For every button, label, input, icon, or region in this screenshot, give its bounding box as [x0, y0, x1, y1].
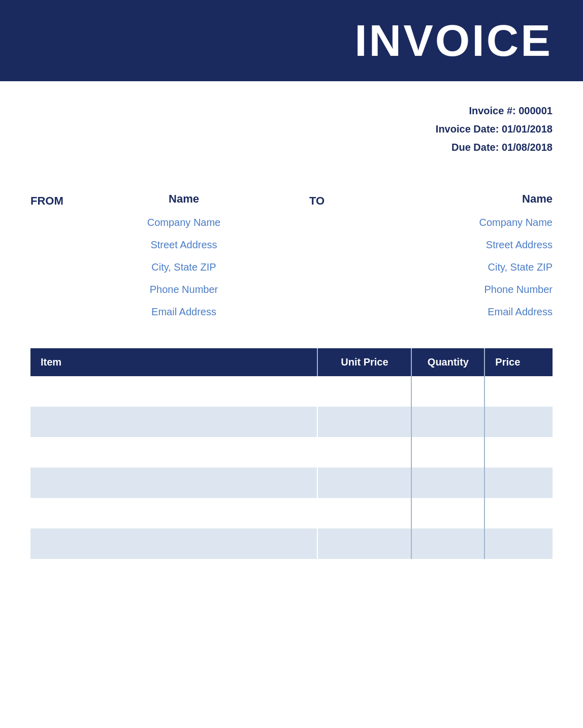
from-column: FROM: [30, 187, 81, 213]
column-header-price: Price: [484, 348, 553, 376]
quantity-cell: [411, 528, 484, 559]
quantity-cell: [411, 468, 484, 498]
from-phone: Phone Number: [81, 278, 286, 301]
unit-price-cell: [317, 407, 411, 437]
column-header-unit-price: Unit Price: [317, 348, 411, 376]
to-company: Company Name: [347, 211, 553, 234]
table-row: [30, 528, 553, 559]
from-name: Name: [81, 187, 286, 211]
item-cell: [30, 407, 317, 437]
unit-price-cell: [317, 437, 411, 468]
items-table: Item Unit Price Quantity Price: [30, 348, 553, 559]
to-email: Email Address: [347, 301, 553, 323]
table-row: [30, 468, 553, 498]
invoice-title: INVOICE: [354, 15, 553, 67]
to-name: Name: [347, 187, 553, 211]
to-street: Street Address: [347, 234, 553, 256]
to-phone: Phone Number: [347, 278, 553, 301]
due-date-value: 01/08/2018: [502, 142, 553, 153]
item-cell: [30, 376, 317, 407]
from-address: Name Company Name Street Address City, S…: [81, 187, 286, 323]
invoice-number-label: Invoice #:: [469, 105, 515, 116]
price-cell: [484, 528, 553, 559]
invoice-meta: Invoice #: 000001 Invoice Date: 01/01/20…: [0, 81, 583, 177]
price-cell: [484, 468, 553, 498]
invoice-number-value: 000001: [519, 105, 553, 116]
price-cell: [484, 407, 553, 437]
from-company: Company Name: [81, 211, 286, 234]
price-cell: [484, 437, 553, 468]
table-row: [30, 437, 553, 468]
quantity-cell: [411, 407, 484, 437]
to-city: City, State ZIP: [347, 256, 553, 278]
unit-price-cell: [317, 528, 411, 559]
to-column: TO: [286, 187, 347, 213]
item-cell: [30, 468, 317, 498]
to-label: TO: [286, 189, 347, 213]
from-label: FROM: [30, 189, 81, 213]
quantity-cell: [411, 437, 484, 468]
header-banner: INVOICE: [0, 0, 583, 81]
price-cell: [484, 376, 553, 407]
column-header-quantity: Quantity: [411, 348, 484, 376]
due-date-label: Due Date:: [451, 142, 499, 153]
quantity-cell: [411, 376, 484, 407]
from-street: Street Address: [81, 234, 286, 256]
price-cell: [484, 498, 553, 528]
billing-section: FROM Name Company Name Street Address Ci…: [0, 177, 583, 348]
item-cell: [30, 437, 317, 468]
quantity-cell: [411, 498, 484, 528]
invoice-number-line: Invoice #: 000001: [0, 102, 553, 120]
due-date-line: Due Date: 01/08/2018: [0, 138, 553, 156]
unit-price-cell: [317, 376, 411, 407]
item-cell: [30, 498, 317, 528]
table-row: [30, 376, 553, 407]
table-row: [30, 407, 553, 437]
unit-price-cell: [317, 468, 411, 498]
invoice-date-value: 01/01/2018: [502, 123, 553, 135]
invoice-date-label: Invoice Date:: [436, 123, 499, 135]
invoice-date-line: Invoice Date: 01/01/2018: [0, 120, 553, 138]
table-row: [30, 498, 553, 528]
to-address: Name Company Name Street Address City, S…: [347, 187, 553, 323]
unit-price-cell: [317, 498, 411, 528]
from-city: City, State ZIP: [81, 256, 286, 278]
from-email: Email Address: [81, 301, 286, 323]
item-cell: [30, 528, 317, 559]
column-header-item: Item: [30, 348, 317, 376]
table-header-row: Item Unit Price Quantity Price: [30, 348, 553, 376]
